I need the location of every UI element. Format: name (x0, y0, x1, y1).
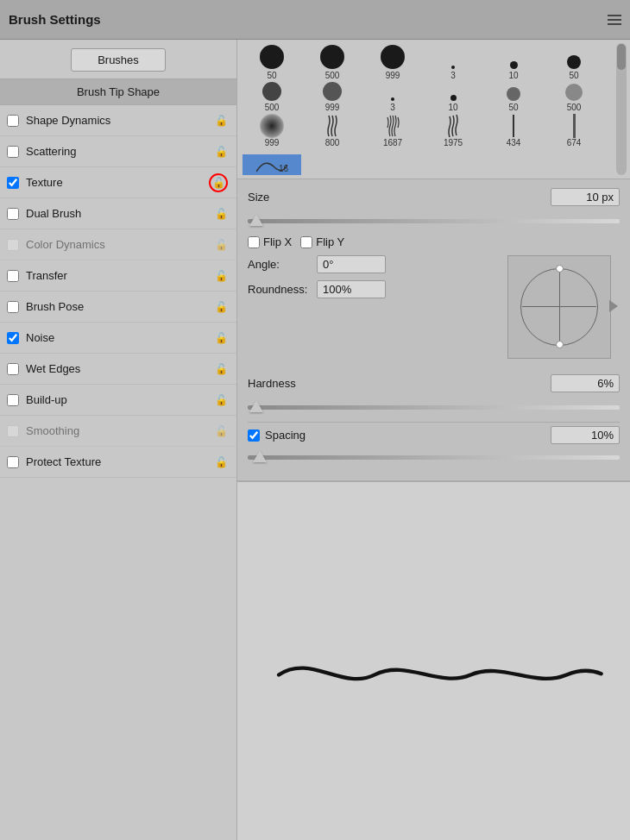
lock-icon-wet-edges[interactable]: 🔓 (214, 362, 228, 376)
sidebar-item-wet-edges[interactable]: Wet Edges 🔓 (0, 354, 236, 385)
checkbox-transfer[interactable] (7, 270, 19, 282)
label-shape-dynamics: Shape Dynamics (26, 114, 214, 127)
brush-cell[interactable]: 1975 (424, 114, 482, 147)
lock-icon-transfer[interactable]: 🔓 (214, 269, 228, 283)
lock-icon-color-dynamics[interactable]: 🔓 (214, 238, 228, 252)
brush-cell[interactable]: 3 (424, 66, 482, 80)
lock-icon-smoothing[interactable]: 🔓 (214, 424, 228, 438)
sidebar-item-noise[interactable]: Noise 🔓 (0, 323, 236, 354)
label-scattering: Scattering (26, 145, 214, 158)
brush-cell[interactable]: 1687 (363, 114, 422, 147)
brush-cell[interactable]: 674 (545, 114, 603, 147)
sidebar-item-protect-texture[interactable]: Protect Texture 🔓 (0, 447, 236, 478)
lock-icon-noise[interactable]: 🔓 (214, 331, 228, 345)
lock-icon-brush-pose[interactable]: 🔓 (214, 300, 228, 314)
brush-cell-selected[interactable] (243, 154, 301, 175)
flip-x-checkbox[interactable] (248, 236, 260, 248)
brushes-button-wrap: Brushes (0, 40, 236, 78)
label-smoothing: Smoothing (26, 424, 214, 437)
hardness-slider[interactable] (248, 398, 620, 415)
dial-dot-top[interactable] (556, 265, 564, 273)
brush-cell[interactable]: 10 (484, 61, 543, 80)
lock-icon-texture-highlighted[interactable]: 🔓 (209, 173, 228, 192)
brush-cell[interactable]: 999 (303, 82, 362, 112)
brush-cell[interactable]: 500 (303, 45, 362, 80)
lock-icon-build-up[interactable]: 🔓 (214, 393, 228, 407)
brush-cell[interactable]: 50 (243, 45, 301, 80)
size-input[interactable] (551, 188, 620, 206)
dial-arrow-right (609, 300, 618, 312)
brushes-button[interactable]: Brushes (71, 48, 166, 72)
brush-row-4: 16 (243, 149, 613, 175)
lock-icon-shape-dynamics[interactable]: 🔓 (214, 114, 228, 128)
brush-preview-area (237, 480, 630, 840)
flip-y-checkbox[interactable] (300, 236, 312, 248)
flip-y-label[interactable]: Flip Y (300, 235, 344, 248)
brush-cell[interactable]: 3 (363, 97, 422, 112)
brush-stroke-preview (247, 605, 620, 718)
sidebar-item-shape-dynamics[interactable]: Shape Dynamics 🔓 (0, 105, 236, 136)
size-label: Size (248, 191, 325, 204)
checkbox-color-dynamics (7, 239, 19, 251)
roundness-row: Roundness: (248, 280, 497, 298)
brush-cell[interactable]: 50 (484, 87, 543, 112)
sidebar-item-smoothing[interactable]: Smoothing 🔓 (0, 416, 236, 447)
spacing-checkbox[interactable] (248, 429, 260, 442)
checkbox-protect-texture[interactable] (7, 456, 19, 468)
angle-dial[interactable] (507, 255, 620, 367)
menu-icon[interactable] (608, 15, 621, 25)
spacing-row: Spacing (248, 426, 620, 444)
size-slider-thumb[interactable] (249, 214, 263, 226)
checkbox-shape-dynamics[interactable] (7, 115, 19, 127)
spacing-checkbox-label[interactable]: Spacing (248, 429, 551, 442)
spacing-slider-thumb[interactable] (253, 450, 267, 462)
spacing-slider[interactable] (248, 448, 620, 465)
sidebar-item-transfer[interactable]: Transfer 🔓 (0, 260, 236, 291)
spacing-input[interactable] (551, 426, 620, 444)
size-slider[interactable] (248, 211, 620, 229)
checkbox-dual-brush[interactable] (7, 208, 19, 220)
brush-cell[interactable]: 434 (484, 114, 543, 147)
sidebar-item-scattering[interactable]: Scattering 🔓 (0, 136, 236, 167)
hardness-slider-thumb[interactable] (249, 400, 263, 412)
sidebar-item-brush-pose[interactable]: Brush Pose 🔓 (0, 291, 236, 323)
angle-roundness-fields: Angle: Roundness: (248, 255, 497, 298)
sidebar-item-build-up[interactable]: Build-up 🔓 (0, 385, 236, 416)
brush-cell[interactable]: 10 (424, 95, 482, 112)
divider (248, 422, 620, 423)
roundness-input[interactable] (317, 280, 386, 298)
checkbox-scattering[interactable] (7, 146, 19, 158)
brush-grid: 50 500 999 3 (237, 40, 630, 179)
sidebar-item-dual-brush[interactable]: Dual Brush 🔓 (0, 198, 236, 229)
brush-cell[interactable]: 500 (243, 82, 301, 112)
angle-input[interactable] (317, 255, 386, 273)
lock-icon-dual-brush[interactable]: 🔓 (214, 207, 228, 221)
dial-dot-bottom[interactable] (556, 341, 564, 348)
flip-x-label[interactable]: Flip X (248, 235, 292, 248)
label-dual-brush: Dual Brush (26, 207, 214, 220)
brush-cell[interactable]: 999 (363, 45, 422, 80)
sidebar-item-texture[interactable]: Texture 🔓 (0, 167, 236, 198)
checkbox-texture[interactable] (7, 177, 19, 189)
checkbox-noise[interactable] (7, 332, 19, 344)
lock-icon-scattering[interactable]: 🔓 (214, 145, 228, 159)
checkbox-wet-edges[interactable] (7, 363, 19, 375)
label-color-dynamics: Color Dynamics (26, 238, 214, 251)
brush-grid-scroll-thumb[interactable] (617, 44, 626, 70)
brush-grid-scrollbar[interactable] (616, 43, 627, 175)
sidebar-item-color-dynamics[interactable]: Color Dynamics 🔓 (0, 229, 236, 260)
brush-cell[interactable]: 500 (545, 84, 603, 112)
lock-icon-protect-texture[interactable]: 🔓 (214, 455, 228, 469)
spacing-slider-track (248, 455, 620, 460)
checkbox-brush-pose[interactable] (7, 301, 19, 313)
brush-tip-shape-header[interactable]: Brush Tip Shape (0, 78, 236, 105)
sidebar: Brushes Brush Tip Shape Shape Dynamics 🔓… (0, 40, 237, 840)
checkbox-build-up[interactable] (7, 394, 19, 406)
brush-cell[interactable]: 50 (545, 55, 603, 80)
hardness-row: Hardness (248, 374, 620, 392)
hardness-input[interactable] (551, 374, 620, 392)
brush-cell[interactable]: 999 (243, 114, 301, 147)
label-brush-pose: Brush Pose (26, 300, 214, 313)
main-area: Brushes Brush Tip Shape Shape Dynamics 🔓… (0, 40, 630, 840)
brush-cell[interactable]: 800 (303, 114, 362, 147)
